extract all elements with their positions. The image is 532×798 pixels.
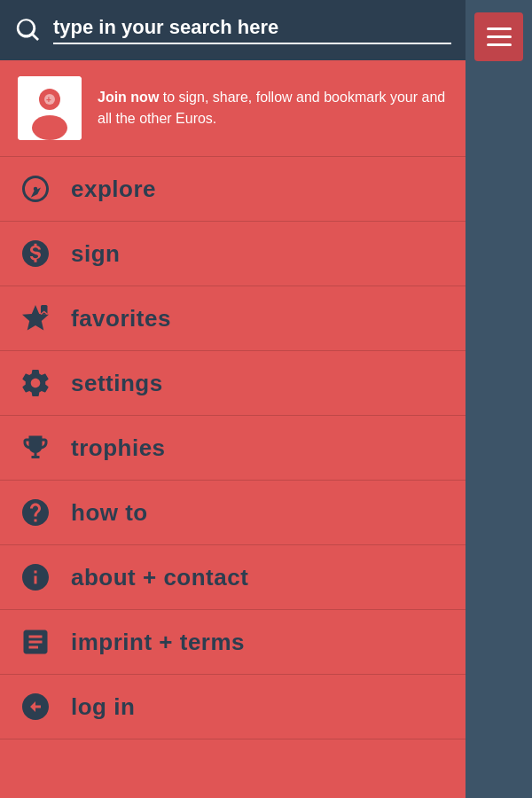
nav-list: explore sign <box>0 157 466 798</box>
app-container: + Join now to sign, share, follow and bo… <box>0 0 532 798</box>
nav-label-settings: settings <box>71 370 163 397</box>
nav-label-trophies: trophies <box>71 434 166 462</box>
hamburger-line-1 <box>487 27 512 30</box>
nav-item-settings[interactable]: settings <box>0 351 466 416</box>
profile-description: Join now to sign, share, follow and book… <box>98 87 448 129</box>
arrow-circle-icon <box>18 689 53 724</box>
document-icon <box>18 624 53 660</box>
svg-text:+: + <box>46 95 51 105</box>
nav-label-how-to: how to <box>71 499 148 527</box>
gear-icon <box>18 365 53 401</box>
nav-item-trophies[interactable]: trophies <box>0 416 466 481</box>
nav-item-log-in[interactable]: log in <box>0 675 466 739</box>
nav-label-imprint-terms: imprint + terms <box>71 629 245 656</box>
euro-sign-icon <box>18 236 53 271</box>
nav-item-sign[interactable]: sign <box>0 222 466 286</box>
hamburger-line-3 <box>487 43 512 46</box>
nav-item-explore[interactable]: explore <box>0 157 466 222</box>
nav-item-imprint-terms[interactable]: imprint + terms <box>0 610 466 675</box>
search-icon <box>14 16 43 44</box>
star-bookmark-icon <box>18 301 53 336</box>
sidebar-panel <box>466 0 532 798</box>
nav-item-favorites[interactable]: favorites <box>0 286 466 351</box>
nav-label-about-contact: about + contact <box>71 564 248 591</box>
hamburger-line-2 <box>487 35 512 38</box>
nav-label-log-in: log in <box>71 693 135 721</box>
search-input[interactable] <box>53 16 451 44</box>
main-panel: + Join now to sign, share, follow and bo… <box>0 0 466 798</box>
profile-section: + Join now to sign, share, follow and bo… <box>0 60 466 157</box>
nav-label-explore: explore <box>71 176 156 203</box>
nav-item-how-to[interactable]: how to <box>0 481 466 545</box>
svg-point-4 <box>32 115 67 140</box>
compass-icon <box>18 171 53 207</box>
join-now-label: Join now <box>98 90 159 105</box>
search-bar <box>0 0 466 60</box>
info-circle-icon <box>18 559 53 595</box>
nav-label-favorites: favorites <box>71 305 171 332</box>
nav-item-about-contact[interactable]: about + contact <box>0 545 466 610</box>
trophy-icon <box>18 430 53 466</box>
svg-point-5 <box>34 187 38 192</box>
question-circle-icon <box>18 495 53 530</box>
hamburger-button[interactable] <box>474 12 523 61</box>
avatar: + <box>18 76 82 140</box>
nav-label-sign: sign <box>71 240 120 268</box>
